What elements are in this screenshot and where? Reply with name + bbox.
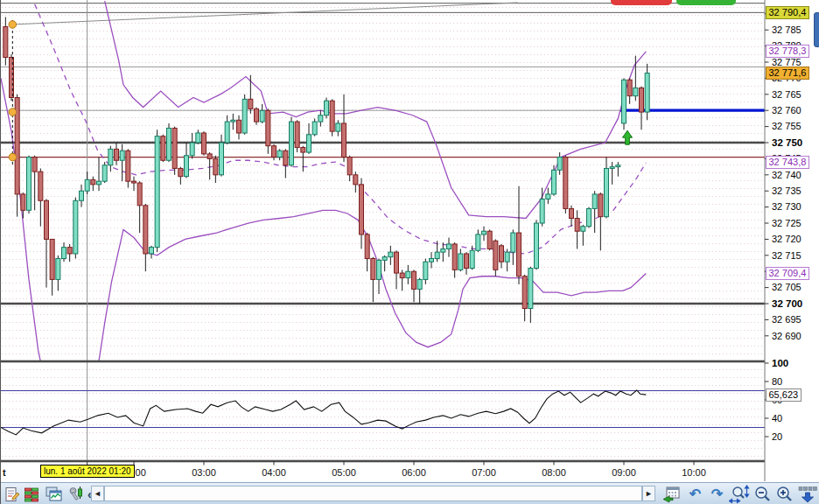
candle-body: [406, 271, 410, 277]
candle-body: [38, 172, 43, 200]
time-tick-label: 07:00: [472, 467, 496, 478]
candle-body: [371, 259, 375, 280]
drawing-handle[interactable]: [9, 21, 17, 29]
candle-body: [494, 241, 498, 270]
candle-body: [185, 156, 189, 177]
candle-body: [318, 116, 323, 122]
candle-body: [465, 254, 469, 269]
candle-body: [347, 158, 352, 175]
price-tick-label: 32 720: [772, 234, 802, 244]
horizontal-scrollbar-track[interactable]: [104, 486, 642, 501]
candle-body: [487, 231, 492, 248]
candle-body: [242, 99, 247, 133]
price-tick-label: 32 710: [772, 266, 802, 276]
candle-body: [272, 146, 276, 158]
vertical-scrollbar[interactable]: [814, 12, 819, 47]
goto-date-icon[interactable]: [661, 485, 682, 503]
time-tick-label: 09:00: [612, 467, 636, 478]
candle-body: [115, 149, 119, 160]
zoom-drag-icon[interactable]: [728, 485, 751, 503]
drawing-handle[interactable]: [9, 153, 17, 161]
candle-body: [295, 122, 299, 147]
document-icon[interactable]: [3, 485, 21, 503]
panel-separator[interactable]: [1, 460, 819, 463]
bars-style-icon: [24, 486, 39, 502]
rsi-tick-label: 100: [772, 358, 788, 368]
drawing-handle[interactable]: [9, 108, 17, 116]
buy-button[interactable]: [676, 0, 736, 5]
candle-body: [605, 168, 609, 216]
candle-body: [307, 135, 312, 152]
redo-glyph: ↷: [711, 487, 723, 501]
candle-body: [522, 276, 527, 309]
candle-body: [616, 165, 620, 167]
candle-body: [97, 181, 102, 185]
candle-body: [4, 27, 8, 58]
scroll-right-button[interactable]: ►: [642, 486, 655, 501]
candle-body: [447, 244, 452, 249]
candle-body: [417, 279, 422, 289]
main-panel[interactable]: [1, 0, 765, 361]
candle-body: [214, 158, 218, 174]
candle-body: [610, 167, 614, 169]
undo-icon[interactable]: ↶: [686, 485, 704, 503]
chart-settings-icon: [68, 486, 85, 502]
candle-body: [231, 120, 235, 122]
candle-body: [150, 248, 154, 254]
zoom-in-icon: [775, 485, 794, 504]
price-tick-label: 32 705: [772, 282, 802, 292]
zoom-out-icon: [753, 485, 773, 504]
candle-body: [120, 150, 124, 160]
chart-windows-icon[interactable]: [45, 485, 63, 503]
candle-body: [377, 260, 382, 279]
candle-body: [137, 183, 142, 206]
chart-canvas[interactable]: 32 79032 78532 78032 77532 77032 76532 7…: [1, 0, 819, 504]
scroll-left-button[interactable]: ◄: [91, 486, 104, 501]
candle-body: [482, 231, 486, 234]
candle-body: [395, 252, 399, 273]
zoom-in-icon[interactable]: [774, 485, 795, 503]
minimize-toolbar-icon: [797, 485, 818, 504]
bars-style-icon[interactable]: [22, 485, 40, 503]
price-tick-label: 32 715: [772, 250, 802, 261]
rsi-panel[interactable]: [1, 361, 765, 461]
candle-body: [161, 136, 165, 161]
candle-body: [207, 154, 212, 159]
price-tick-label: 32 760: [772, 105, 802, 116]
candle-body: [517, 233, 522, 276]
minimize-toolbar-icon[interactable]: [796, 485, 819, 503]
candle-body: [45, 200, 49, 239]
price-tick-label: 32 750: [772, 137, 802, 148]
sell-button[interactable]: [611, 0, 672, 5]
candle-body: [155, 136, 159, 248]
candle-body: [144, 206, 148, 254]
price-tick-label: 32 755: [772, 121, 802, 131]
time-tick-label: 05:00: [332, 467, 356, 478]
candle-body: [50, 239, 54, 279]
candle-body: [225, 122, 229, 143]
candle-body: [80, 191, 84, 200]
zoom-out-icon[interactable]: [752, 485, 774, 503]
candle-body: [91, 179, 95, 185]
candle-body: [290, 122, 294, 165]
panel-separator[interactable]: [1, 360, 819, 363]
candle-body: [301, 148, 305, 153]
price-tick-label: 32 770: [772, 73, 802, 83]
chart-windows-icon: [46, 486, 62, 502]
document-icon: [4, 486, 20, 502]
candle-body: [441, 248, 445, 252]
candle-body: [511, 233, 515, 252]
candle-body: [435, 252, 439, 258]
price-tick-label: 32 790: [772, 9, 802, 19]
candle-body: [132, 181, 136, 183]
trading-chart-window: 32 79032 78532 78032 77532 77032 76532 7…: [0, 0, 819, 504]
rsi-tick-label: 20: [772, 431, 782, 442]
goto-date-icon: [662, 486, 681, 503]
candle-body: [237, 120, 242, 133]
candle-body: [622, 80, 626, 123]
chart-settings-icon[interactable]: [67, 485, 86, 503]
candle-body: [62, 248, 66, 259]
redo-icon[interactable]: ↷: [708, 485, 726, 503]
bottom-toolbar: « ◄ ► ↶ ↷: [1, 482, 819, 504]
candle-body: [430, 259, 434, 262]
